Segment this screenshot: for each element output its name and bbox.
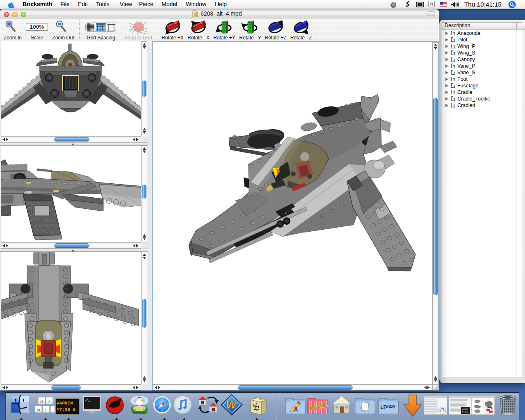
svg-text:A: A (294, 406, 298, 413)
svg-text:7:36: 7:36 (462, 411, 468, 414)
svg-text:Y7:36 £: Y7:36 £ (57, 407, 76, 412)
svg-text:WARNIN: WARNIN (57, 401, 73, 406)
svg-text:M: M (37, 408, 40, 412)
svg-text:E: E (45, 408, 48, 412)
svg-text:A: A (48, 399, 50, 404)
svg-text:W: W (226, 399, 237, 411)
svg-text:WARN: WARN (462, 408, 468, 411)
svg-text:N: N (40, 399, 43, 404)
svg-text:>_: >_ (85, 398, 91, 402)
